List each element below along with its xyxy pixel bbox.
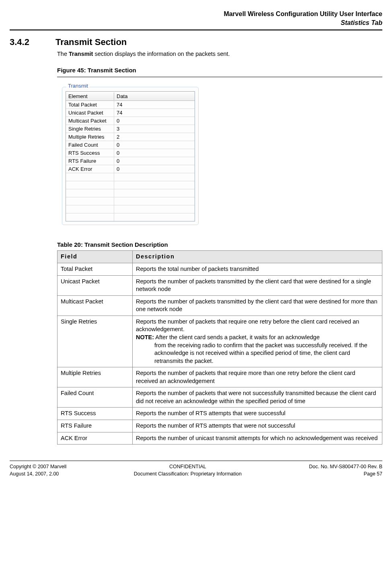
grid-cell-data [114, 209, 195, 210]
footer-copyright: Copyright © 2007 Marvell [10, 463, 66, 471]
footer-pageno: Page 57 [309, 471, 382, 478]
cell-field: Failed Count [57, 387, 133, 408]
grid-cell-data [114, 176, 195, 178]
grid-cell-data [114, 184, 195, 186]
grid-cell-data: 0 [114, 149, 195, 157]
grid-cell-element: Total Packet [66, 101, 114, 109]
table-row: ACK ErrorReports the number of unicast t… [57, 432, 382, 445]
grid-row-empty [66, 213, 195, 221]
cell-field: Single Retries [57, 316, 133, 367]
figure-rule [57, 77, 382, 77]
grid-cell-element: Multicast Packet [66, 117, 114, 125]
grid-cell-data: 0 [114, 141, 195, 149]
table-row: Multiple RetriesReports the number of pa… [57, 367, 382, 387]
cell-field: RTS Success [57, 408, 133, 420]
grid-cell-element [66, 173, 114, 181]
footer-center: CONFIDENTIAL Document Classification: Pr… [134, 463, 242, 477]
grid-cell-element [66, 213, 114, 221]
page-header: Marvell Wireless Configuration Utility U… [10, 10, 382, 27]
grid-cell-data: 74 [114, 101, 195, 109]
grid-row: Total Packet74 [66, 101, 195, 109]
grid-cell-element: Single Retries [66, 125, 114, 133]
grid-cell-element [66, 197, 114, 205]
section-intro: The Transmit section displays the inform… [57, 50, 382, 58]
table-caption: Table 20: Transmit Section Description [57, 241, 382, 248]
grid-cell-element [66, 189, 114, 197]
footer-confidential: CONFIDENTIAL [134, 463, 242, 471]
grid-cell-data: 2 [114, 133, 195, 141]
grid-cell-data: 0 [114, 165, 195, 173]
table-row: RTS FailureReports the number of RTS att… [57, 420, 382, 432]
grid-row-empty [66, 189, 195, 197]
transmit-panel: Transmit Element Data Total Packet74Unic… [62, 87, 199, 229]
grid-cell-element [66, 205, 114, 213]
footer-left: Copyright © 2007 Marvell August 14, 2007… [10, 463, 66, 477]
grid-row: Multicast Packet0 [66, 117, 195, 125]
cell-field: Unicast Packet [57, 275, 133, 295]
grid-cell-element: Unicast Packet [66, 109, 114, 117]
grid-row: Unicast Packet74 [66, 109, 195, 117]
cell-description: Reports the number of unicast transmit a… [133, 432, 382, 445]
table-row: RTS SuccessReports the number of RTS att… [57, 408, 382, 420]
header-rule [10, 29, 382, 31]
grid-cell-element: Multiple Retries [66, 133, 114, 141]
grid-row: Multiple Retries2 [66, 133, 195, 141]
grid-cell-element: RTS Success [66, 149, 114, 157]
header-title: Marvell Wireless Configuration Utility U… [10, 10, 382, 18]
transmit-grid: Element Data Total Packet74Unicast Packe… [66, 91, 195, 221]
cell-description: Reports the number of packets transmitte… [133, 275, 382, 295]
section-title: Transmit Section [55, 37, 127, 47]
grid-row: Single Retries3 [66, 125, 195, 133]
cell-description: Reports the number of packets transmitte… [133, 295, 382, 316]
page-footer: Copyright © 2007 Marvell August 14, 2007… [10, 463, 382, 477]
grid-cell-data [114, 193, 195, 194]
th-description: Description [133, 251, 382, 263]
cell-description: Reports the number of RTS attempts that … [133, 420, 382, 432]
transmit-fieldset: Transmit Element Data Total Packet74Unic… [62, 87, 199, 225]
grid-row-empty [66, 173, 195, 181]
cell-field: Multiple Retries [57, 367, 133, 387]
grid-row-empty [66, 197, 195, 205]
grid-cell-data [114, 201, 195, 202]
cell-description: Reports the number of packets that requi… [133, 316, 382, 367]
cell-description: Reports the total number of packets tran… [133, 263, 382, 276]
grid-header-row: Element Data [66, 92, 195, 101]
grid-row-empty [66, 181, 195, 189]
table-row: Unicast PacketReports the number of pack… [57, 275, 382, 295]
intro-pre: The [57, 51, 69, 57]
th-field: Field [57, 251, 133, 263]
transmit-legend: Transmit [66, 83, 90, 89]
table-row: Total PacketReports the total number of … [57, 263, 382, 276]
grid-header-element: Element [66, 92, 114, 100]
grid-cell-data [114, 217, 195, 218]
grid-row: RTS Failure0 [66, 157, 195, 165]
grid-cell-element [66, 181, 114, 189]
section-heading: 3.4.2 Transmit Section [10, 37, 382, 47]
table-header-row: Field Description [57, 251, 382, 263]
footer-docno: Doc. No. MV-S800477-00 Rev. B [309, 463, 382, 471]
footer-rule [10, 461, 382, 461]
cell-description: Reports the number of RTS attempts that … [133, 408, 382, 420]
grid-cell-data: 0 [114, 117, 195, 125]
footer-classification: Document Classification: Proprietary Inf… [134, 471, 242, 478]
cell-description: Reports the number of packets that were … [133, 387, 382, 408]
grid-header-data: Data [114, 92, 195, 100]
intro-post: section displays the information on the … [93, 51, 230, 57]
cell-field: RTS Failure [57, 420, 133, 432]
cell-field: ACK Error [57, 432, 133, 445]
header-subtitle: Statistics Tab [10, 18, 382, 27]
cell-description: Reports the number of packets that requi… [133, 367, 382, 387]
table-row: Single RetriesReports the number of pack… [57, 316, 382, 367]
grid-cell-data: 74 [114, 109, 195, 117]
grid-cell-data: 3 [114, 125, 195, 133]
grid-cell-element: Failed Count [66, 141, 114, 149]
intro-bold: Transmit [69, 51, 93, 57]
grid-row: ACK Error0 [66, 165, 195, 173]
section-number: 3.4.2 [10, 37, 41, 47]
figure-caption: Figure 45: Transmit Section [57, 67, 382, 74]
footer-date: August 14, 2007, 2.00 [10, 471, 66, 478]
grid-cell-element: ACK Error [66, 165, 114, 173]
grid-row: Failed Count0 [66, 141, 195, 149]
grid-cell-data: 0 [114, 157, 195, 165]
grid-cell-element: RTS Failure [66, 157, 114, 165]
